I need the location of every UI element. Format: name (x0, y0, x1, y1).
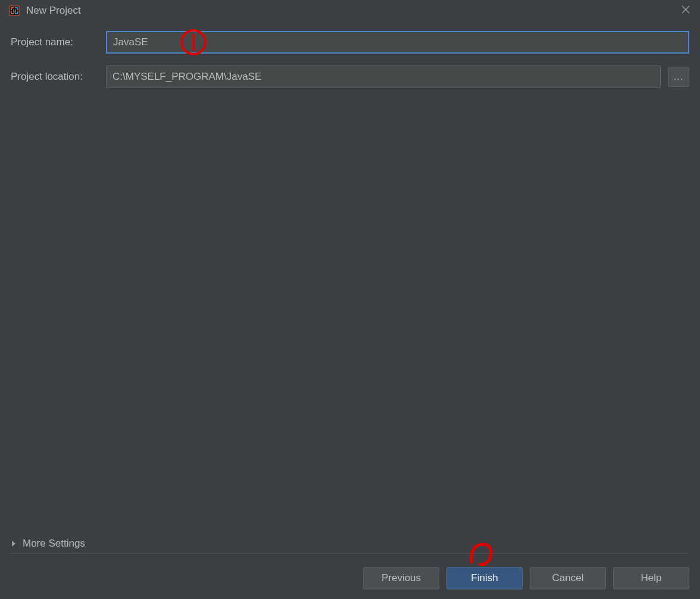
more-settings-label: More Settings (23, 538, 85, 550)
app-icon: IJ (8, 5, 20, 17)
project-location-label: Project location: (11, 71, 99, 83)
project-location-input[interactable] (106, 65, 661, 88)
form-area: Project name: Project location: ... (0, 21, 700, 88)
browse-button[interactable]: ... (668, 67, 689, 87)
chevron-right-icon (11, 540, 17, 547)
svg-text:IJ: IJ (13, 9, 16, 13)
finish-button[interactable]: Finish (446, 567, 523, 589)
project-name-input[interactable] (106, 31, 689, 54)
project-name-label: Project name: (11, 36, 99, 48)
project-name-row: Project name: (11, 31, 689, 54)
titlebar: IJ New Project (0, 0, 700, 21)
button-bar: Previous Finish Cancel Help (363, 567, 689, 589)
close-icon (682, 5, 690, 14)
more-settings-toggle[interactable]: More Settings (11, 538, 689, 554)
svg-marker-9 (12, 541, 15, 547)
close-button[interactable] (680, 4, 692, 15)
window-title: New Project (26, 5, 81, 17)
previous-button[interactable]: Previous (363, 567, 439, 589)
cancel-button[interactable]: Cancel (530, 567, 606, 589)
project-location-row: Project location: ... (11, 65, 689, 88)
help-button[interactable]: Help (613, 567, 689, 589)
